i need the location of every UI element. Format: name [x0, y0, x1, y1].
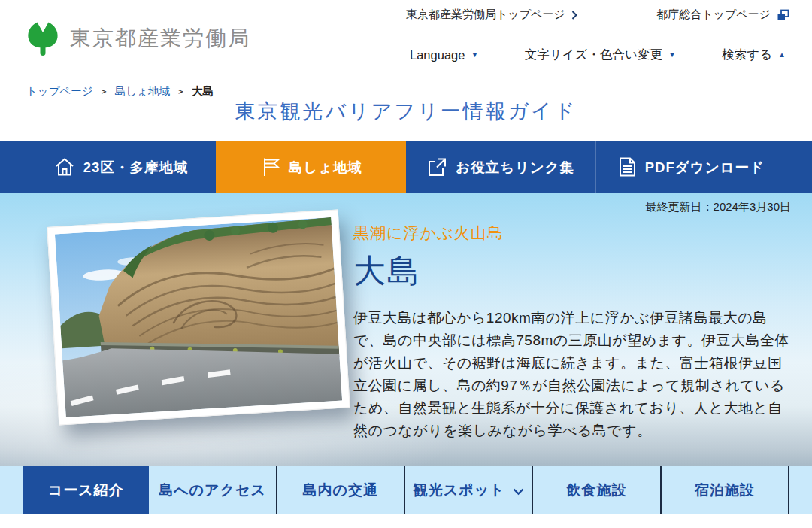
- tab-accommodation[interactable]: 宿泊施設: [662, 466, 789, 514]
- hero-content: 黒潮に浮かぶ火山島 大島 伊豆大島は都心から120km南の洋上に浮かぶ伊豆諸島最…: [353, 223, 791, 442]
- external-window-icon: [777, 9, 789, 21]
- search-toggle-label: 検索する: [722, 47, 772, 63]
- nav-tab-useful-links[interactable]: お役立ちリンク集: [406, 141, 595, 193]
- bureau-top-link-label: 東京都産業労働局トップページ: [406, 8, 565, 22]
- tokyo-ginkgo-logo-icon: [26, 20, 59, 57]
- breadcrumb-link-islands[interactable]: 島しょ地域: [115, 84, 170, 99]
- language-menu-label: Language: [410, 48, 465, 62]
- chevron-down-icon: ▼: [471, 51, 478, 59]
- text-size-color-menu-label: 文字サイズ・色合い変更: [525, 47, 662, 63]
- flag-icon: [259, 156, 280, 178]
- section-tab-bar: コース紹介 島へのアクセス 島内の交通 観光スポット 飲食施設 宿泊施設: [0, 466, 812, 514]
- chevron-down-icon: ▼: [668, 51, 676, 59]
- tab-island-transport[interactable]: 島内の交通: [277, 466, 405, 514]
- island-cliff-photo: [47, 209, 350, 425]
- metro-top-link[interactable]: 都庁総合トップページ: [656, 8, 789, 22]
- breadcrumb-link-top[interactable]: トップページ: [26, 84, 93, 99]
- tab-label: 飲食施設: [566, 481, 626, 500]
- nav-tab-islands[interactable]: 島しょ地域: [216, 141, 405, 193]
- tab-label: 島へのアクセス: [159, 481, 266, 500]
- tab-label: 宿泊施設: [695, 481, 755, 500]
- breadcrumb-current: 大島: [192, 84, 214, 99]
- nav-tab-label: お役立ちリンク集: [456, 158, 574, 177]
- site-header: 東京都産業労働局 東京都産業労働局トップページ 都庁総合トップページ Langu…: [0, 0, 812, 77]
- section-tab-inner: コース紹介 島へのアクセス 島内の交通 観光スポット 飲食施設 宿泊施設: [23, 466, 789, 514]
- language-menu[interactable]: Language ▼: [410, 48, 478, 62]
- island-name-heading: 大島: [353, 250, 791, 293]
- page-title: 東京観光バリアフリー情報ガイド: [0, 98, 812, 125]
- subheader: トップページ ＞ 島しょ地域 ＞ 大島 東京観光バリアフリー情報ガイド: [0, 78, 812, 141]
- breadcrumb-separator: ＞: [177, 86, 185, 97]
- home-icon: [54, 156, 75, 178]
- search-toggle[interactable]: 検索する ▲: [722, 47, 786, 63]
- site-logo[interactable]: 東京都産業労働局: [26, 20, 250, 57]
- tab-label: 島内の交通: [303, 481, 378, 500]
- tab-restaurants[interactable]: 飲食施設: [533, 466, 661, 514]
- footer-strip: [0, 514, 812, 528]
- breadcrumb-separator: ＞: [100, 86, 108, 97]
- chevron-up-icon: ▲: [778, 51, 786, 59]
- nav-tab-pdf-download[interactable]: PDFダウンロード: [595, 141, 786, 193]
- tab-sightseeing-spots[interactable]: 観光スポット: [405, 466, 533, 514]
- header-tools: Language ▼ 文字サイズ・色合い変更 ▼ 検索する ▲: [410, 47, 786, 63]
- hero-section: 最終更新日：2024年3月30日: [0, 193, 812, 466]
- metro-top-link-label: 都庁総合トップページ: [656, 8, 771, 22]
- tab-island-access[interactable]: 島へのアクセス: [149, 466, 277, 514]
- pdf-document-icon: [617, 156, 637, 178]
- bureau-top-link[interactable]: 東京都産業労働局トップページ: [406, 8, 577, 22]
- nav-tab-label: 23区・多摩地域: [83, 158, 189, 177]
- hero-subtitle: 黒潮に浮かぶ火山島: [353, 223, 791, 244]
- main-nav-inner: 23区・多摩地域 島しょ地域 お役立ちリンク集: [26, 141, 786, 193]
- cliff-road-illustration: [55, 217, 342, 417]
- chevron-right-icon: [571, 11, 577, 20]
- page: 東京都産業労働局 東京都産業労働局トップページ 都庁総合トップページ Langu…: [0, 0, 812, 528]
- tab-label: コース紹介: [48, 481, 124, 500]
- main-nav: 23区・多摩地域 島しょ地域 お役立ちリンク集: [0, 141, 812, 193]
- tab-label: 観光スポット: [414, 481, 505, 500]
- nav-tab-23wards-tama[interactable]: 23区・多摩地域: [26, 141, 216, 193]
- breadcrumb: トップページ ＞ 島しょ地域 ＞ 大島: [26, 84, 214, 99]
- nav-tab-label: 島しょ地域: [289, 158, 362, 177]
- nav-tab-label: PDFダウンロード: [645, 158, 765, 177]
- island-description: 伊豆大島は都心から120km南の洋上に浮かぶ伊豆諸島最大の島で、島の中央部には標…: [353, 307, 791, 442]
- text-size-color-menu[interactable]: 文字サイズ・色合い変更 ▼: [525, 47, 676, 63]
- header-links: 東京都産業労働局トップページ 都庁総合トップページ: [406, 8, 789, 22]
- last-updated-date: 最終更新日：2024年3月30日: [646, 200, 791, 214]
- chevron-down-icon: [513, 488, 524, 496]
- tab-course-intro[interactable]: コース紹介: [23, 466, 149, 514]
- external-link-icon: [426, 156, 447, 178]
- site-name: 東京都産業労働局: [70, 24, 250, 53]
